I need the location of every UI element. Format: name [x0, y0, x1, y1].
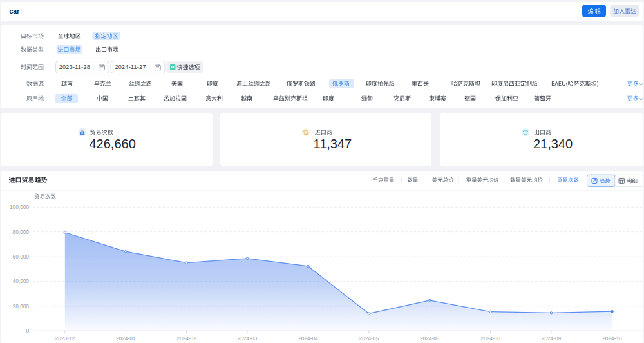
svg-text:2023-11-28: 2023-11-28 — [59, 64, 90, 70]
svg-text:2023-12: 2023-12 — [55, 335, 75, 342]
svg-text:2024-09: 2024-09 — [542, 335, 562, 342]
svg-text:2024-06: 2024-06 — [420, 335, 440, 342]
svg-text:2024-08: 2024-08 — [480, 335, 500, 342]
svg-text:2024-03: 2024-03 — [238, 335, 258, 342]
svg-text:60,000: 60,000 — [13, 253, 30, 260]
svg-text:2024-05: 2024-05 — [359, 335, 379, 342]
svg-text:426,660: 426,660 — [90, 137, 136, 151]
svg-text:2024-10: 2024-10 — [602, 335, 622, 342]
svg-text:80,000: 80,000 — [13, 229, 30, 235]
svg-text:2024-01: 2024-01 — [116, 335, 136, 342]
svg-text:40,000: 40,000 — [13, 278, 30, 284]
svg-text:21,340: 21,340 — [533, 137, 573, 151]
svg-text:car: car — [10, 7, 20, 15]
svg-text:100,000: 100,000 — [10, 204, 29, 210]
svg-text:2024-02: 2024-02 — [176, 335, 196, 342]
svg-text:2024-04: 2024-04 — [298, 335, 318, 342]
svg-text:20,000: 20,000 — [13, 303, 30, 309]
svg-text:0: 0 — [26, 328, 29, 334]
svg-text:2024-11-27: 2024-11-27 — [115, 64, 146, 70]
svg-text:11,347: 11,347 — [314, 137, 352, 151]
